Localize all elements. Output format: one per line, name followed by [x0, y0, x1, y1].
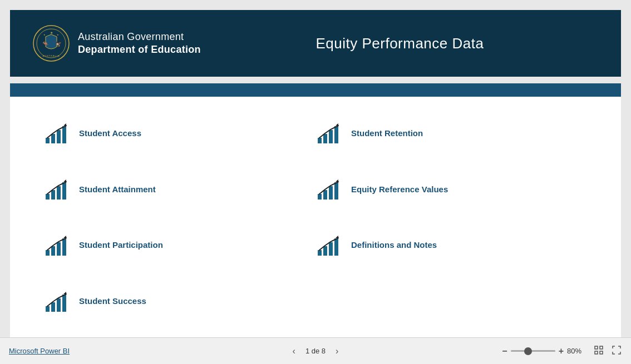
chart-icon-student-retention	[316, 119, 343, 147]
footer-right: − + 80%	[502, 345, 622, 357]
svg-rect-18	[46, 194, 50, 200]
svg-text:★: ★	[43, 33, 46, 36]
svg-rect-41	[62, 295, 66, 312]
zoom-controls: − + 80%	[502, 346, 586, 356]
gov-line1: Australian Government	[78, 31, 201, 43]
header-title: Equity Performance Data	[201, 35, 599, 52]
svg-marker-37	[336, 236, 338, 238]
svg-rect-24	[323, 190, 327, 200]
nav-item-student-access[interactable]: Student Access	[43, 113, 316, 153]
svg-rect-23	[318, 194, 322, 200]
page-info: 1 de 8	[305, 347, 326, 355]
nav-label-equity-reference-values[interactable]: Equity Reference Values	[351, 185, 448, 194]
svg-rect-45	[595, 351, 598, 354]
nav-item-definitions-and-notes[interactable]: Definitions and Notes	[316, 226, 588, 265]
svg-rect-34	[323, 246, 327, 256]
svg-rect-11	[62, 126, 66, 143]
chart-icon-equity-reference	[316, 175, 343, 203]
nav-label-definitions-and-notes[interactable]: Definitions and Notes	[351, 240, 437, 250]
chart-icon-student-success	[43, 287, 71, 315]
svg-rect-16	[334, 126, 338, 143]
svg-rect-9	[51, 134, 55, 143]
nav-label-student-success[interactable]: Student Success	[79, 296, 146, 306]
svg-rect-30	[57, 242, 61, 256]
svg-rect-44	[600, 346, 603, 349]
fit-page-button[interactable]	[593, 345, 604, 357]
crest-icon: ★ ★ ★ 🦘 🦅 AUSTRALIA	[32, 24, 70, 62]
svg-marker-42	[63, 292, 66, 294]
svg-rect-10	[57, 130, 61, 143]
svg-rect-38	[46, 306, 50, 312]
nav-label-student-attainment[interactable]: Student Attainment	[79, 185, 156, 194]
footer-center: ‹ 1 de 8 ›	[289, 345, 342, 357]
svg-rect-15	[329, 130, 333, 143]
next-page-button[interactable]: ›	[332, 345, 342, 357]
fullscreen-button[interactable]	[611, 345, 622, 357]
divider-bar	[10, 83, 621, 97]
svg-rect-14	[323, 134, 327, 143]
svg-rect-35	[329, 242, 333, 256]
svg-rect-43	[595, 346, 598, 349]
chart-icon-student-attainment	[43, 175, 71, 203]
nav-item-student-retention[interactable]: Student Retention	[316, 113, 588, 153]
svg-rect-31	[62, 238, 66, 256]
svg-rect-26	[334, 182, 338, 200]
svg-rect-21	[62, 182, 66, 200]
svg-text:🦘: 🦘	[42, 41, 49, 47]
zoom-percentage: 80%	[567, 347, 586, 355]
nav-item-equity-reference-values[interactable]: Equity Reference Values	[316, 169, 588, 209]
svg-rect-25	[329, 186, 333, 200]
svg-rect-13	[318, 138, 322, 143]
svg-rect-28	[46, 250, 50, 256]
svg-rect-19	[51, 190, 55, 200]
svg-text:AUSTRALIA: AUSTRALIA	[42, 54, 60, 57]
logo-section: ★ ★ ★ 🦘 🦅 AUSTRALIA Australian Governmen…	[32, 24, 201, 62]
svg-marker-22	[63, 179, 66, 182]
chart-icon-student-participation	[43, 231, 71, 259]
gov-text: Australian Government Department of Educ…	[78, 31, 201, 57]
main-wrapper: ★ ★ ★ 🦘 🦅 AUSTRALIA Australian Governmen…	[0, 0, 631, 337]
svg-rect-29	[51, 246, 55, 256]
chart-icon-definitions	[316, 231, 343, 259]
nav-item-student-participation[interactable]: Student Participation	[43, 226, 316, 265]
svg-rect-33	[318, 250, 322, 256]
svg-rect-40	[57, 298, 61, 312]
svg-text:🦅: 🦅	[56, 41, 62, 47]
svg-marker-27	[336, 179, 338, 182]
nav-label-student-retention[interactable]: Student Retention	[351, 128, 423, 138]
nav-item-student-attainment[interactable]: Student Attainment	[43, 169, 316, 209]
powerbi-link[interactable]: Microsoft Power BI	[9, 347, 70, 355]
svg-marker-17	[336, 123, 338, 126]
svg-rect-36	[334, 238, 338, 256]
svg-text:★: ★	[50, 31, 53, 34]
footer-bar: Microsoft Power BI ‹ 1 de 8 › − + 80%	[0, 337, 631, 364]
nav-item-student-success[interactable]: Student Success	[43, 281, 316, 321]
zoom-slider[interactable]	[511, 350, 555, 352]
gov-line2: Department of Education	[78, 43, 201, 56]
svg-marker-12	[63, 123, 66, 126]
svg-rect-39	[51, 302, 55, 312]
header: ★ ★ ★ 🦘 🦅 AUSTRALIA Australian Governmen…	[10, 10, 621, 77]
nav-label-student-access[interactable]: Student Access	[79, 128, 141, 138]
content-area: Student Access Student Retention	[10, 97, 621, 337]
zoom-in-button[interactable]: +	[559, 346, 564, 356]
nav-label-student-participation[interactable]: Student Participation	[79, 240, 163, 250]
svg-marker-32	[63, 236, 66, 238]
svg-rect-20	[57, 186, 61, 200]
svg-text:★: ★	[57, 33, 59, 36]
zoom-out-button[interactable]: −	[502, 346, 507, 356]
svg-rect-8	[46, 138, 50, 143]
svg-rect-46	[600, 351, 603, 354]
prev-page-button[interactable]: ‹	[289, 345, 299, 357]
chart-icon-student-access	[43, 119, 71, 147]
